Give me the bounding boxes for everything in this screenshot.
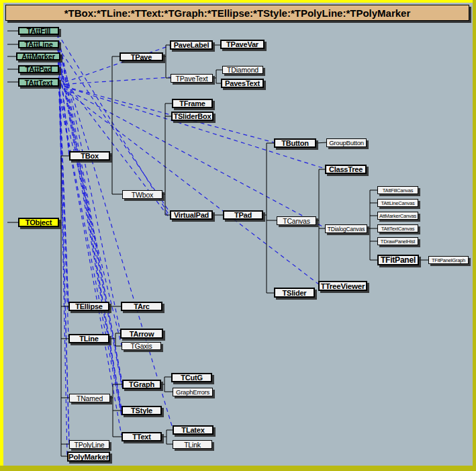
multiple-inheritance-edge [58, 46, 170, 85]
class-box-tellipse[interactable]: TEllipse [68, 302, 109, 311]
class-box-label: PolyMarker [68, 453, 109, 461]
class-box-virtualpad[interactable]: VirtualPad [170, 210, 213, 220]
class-box-tnamed[interactable]: TNamed [69, 394, 110, 402]
class-box-label: TNamed [77, 394, 103, 402]
class-box-label: TAttFill [27, 27, 50, 35]
class-box-tlatex[interactable]: TLatex [173, 425, 213, 435]
class-box-polymarker[interactable]: PolyMarker [67, 452, 110, 462]
class-box-tarrow[interactable]: TArrow [120, 329, 163, 339]
inheritance-edge [166, 430, 173, 444]
class-box-label: TAttTextCanvas [381, 226, 415, 232]
class-box-tobject[interactable]: TObject [18, 218, 59, 227]
class-box-tdrawpanelhist[interactable]: TDrawPanelHist [377, 237, 418, 245]
class-box-label: TDrawPanelHist [381, 239, 415, 245]
inheritance-edge [370, 190, 377, 260]
class-box-tcutg[interactable]: TCutG [171, 373, 212, 382]
class-box-label: AttMarker [21, 52, 55, 60]
class-box-tlink[interactable]: TLink [173, 440, 212, 449]
class-box-label: TPave [131, 53, 152, 61]
class-box-label: TObject [26, 218, 52, 226]
class-box-label: TAttLineCanvas [381, 200, 414, 206]
class-box-twbox[interactable]: TWbox [122, 190, 162, 199]
class-box-ttext[interactable]: TText [122, 432, 162, 441]
class-box-label: TStyle [131, 406, 152, 415]
class-box-tattline[interactable]: TAttLine [18, 40, 59, 48]
class-box-label: TGaxis [130, 342, 152, 350]
class-box-label: TArrow [130, 330, 154, 338]
class-box-label: AttMarkerCanvas [379, 213, 416, 219]
title-banner-text: *TBox:*TLine:*TText:*TGraph:*TEllipse:*T… [64, 7, 411, 19]
class-box-label: TPaveText [176, 75, 208, 83]
class-box-label: TEllipse [75, 302, 103, 310]
canvas-frame-top [0, 0, 476, 3]
class-box-tatttext[interactable]: TAttText [18, 78, 59, 87]
class-box-label: TFrame [179, 99, 205, 108]
class-box-label: TPaveVar [226, 40, 258, 48]
class-box-tcanvas[interactable]: TCanvas [277, 216, 316, 225]
class-box-grapherrors[interactable]: GraphErrors [173, 388, 213, 396]
class-box-tfitpanel[interactable]: TFitPanel [377, 255, 419, 265]
class-box-label: ClassTree [329, 165, 363, 173]
class-box-label: TCanvas [283, 217, 310, 225]
class-box-tgraph[interactable]: TGraph [122, 380, 161, 389]
class-box-label: TTreeViewer [321, 282, 365, 290]
class-box-label: TFitPanel [381, 255, 416, 265]
class-box-tpad[interactable]: TPad [223, 210, 263, 220]
class-box-tpave[interactable]: TPave [120, 52, 163, 61]
inheritance-edge [319, 169, 325, 286]
class-box-label: TLink [184, 441, 201, 449]
inheritance-edge [267, 143, 274, 293]
class-box-label: TButton [281, 139, 309, 147]
class-box-tfitpanelgraph[interactable]: TFitPanelGraph [428, 256, 469, 264]
class-box-label: TDiamond [227, 66, 258, 74]
root-canvas: TAttFillTAttLineAttMarkerTAttPadTAttText… [0, 0, 476, 471]
class-box-label: TFitPanelGraph [432, 257, 465, 263]
class-box-tdialogcanvas[interactable]: TDialogCanvas [325, 224, 367, 233]
canvas-frame-left [0, 0, 3, 471]
class-box-classtree[interactable]: ClassTree [325, 165, 367, 174]
class-box-label: TSlider [283, 289, 307, 297]
canvas-frame-right [473, 0, 476, 471]
class-box-tpolyline[interactable]: TPolyLine [69, 440, 109, 449]
class-box-label: TPad [234, 211, 252, 219]
class-box-tstyle[interactable]: TStyle [122, 406, 162, 415]
class-box-tslider[interactable]: TSlider [274, 288, 315, 298]
class-box-tatttextcanvas[interactable]: TAttTextCanvas [377, 224, 418, 232]
class-box-label: TLatex [181, 426, 204, 434]
class-box-label: TText [132, 433, 151, 441]
class-box-pavestext[interactable]: PavesText [221, 79, 264, 88]
class-box-tsliderbox[interactable]: TSliderBox [171, 112, 213, 121]
class-box-label: TPolyLine [75, 441, 105, 449]
class-box-tattlinecanvas[interactable]: TAttLineCanvas [377, 199, 418, 207]
class-box-label: TGraph [129, 380, 154, 388]
class-box-label: PaveLabel [174, 41, 209, 49]
class-box-tgaxis[interactable]: TGaxis [122, 342, 161, 350]
class-box-label: TBox [81, 152, 99, 160]
class-box-tattpad[interactable]: TAttPad [18, 65, 59, 73]
class-box-attmarkercanvas[interactable]: AttMarkerCanvas [377, 212, 418, 220]
class-box-label: TCutG [181, 374, 203, 382]
class-box-label: TDialogCanvas [328, 226, 365, 232]
multiple-inheritance-edge [58, 47, 170, 212]
title-banner: *TBox:*TLine:*TText:*TGraph:*TEllipse:*T… [5, 5, 469, 21]
class-box-pavelabel[interactable]: PaveLabel [170, 40, 213, 50]
class-box-tpavevar[interactable]: TPaveVar [220, 40, 265, 49]
class-box-tline[interactable]: TLine [68, 334, 109, 343]
class-box-tdiamond[interactable]: TDiamond [222, 66, 263, 74]
class-box-tarc[interactable]: TArc [121, 302, 162, 311]
class-box-ttreeviewer[interactable]: TTreeViewer [318, 281, 367, 291]
class-box-tattmarker[interactable]: AttMarker [16, 52, 60, 60]
class-box-tattfill[interactable]: TAttFill [18, 27, 59, 35]
class-box-tpavetext[interactable]: TPaveText [171, 74, 213, 83]
class-box-tbutton[interactable]: TButton [274, 138, 316, 148]
class-box-label: TLine [79, 335, 98, 343]
class-box-label: GraphErrors [176, 388, 209, 396]
class-box-label: TAttText [25, 79, 52, 87]
class-box-label: TWbox [132, 191, 153, 199]
class-box-groupbutton[interactable]: GroupButton [326, 138, 367, 147]
class-box-label: VirtualPad [174, 211, 209, 219]
class-box-tbox[interactable]: TBox [69, 151, 110, 161]
class-box-label: TAttFillCanvas [383, 187, 413, 194]
class-box-tframe[interactable]: TFrame [172, 99, 213, 108]
class-box-tattfillcanvas[interactable]: TAttFillCanvas [377, 186, 418, 194]
